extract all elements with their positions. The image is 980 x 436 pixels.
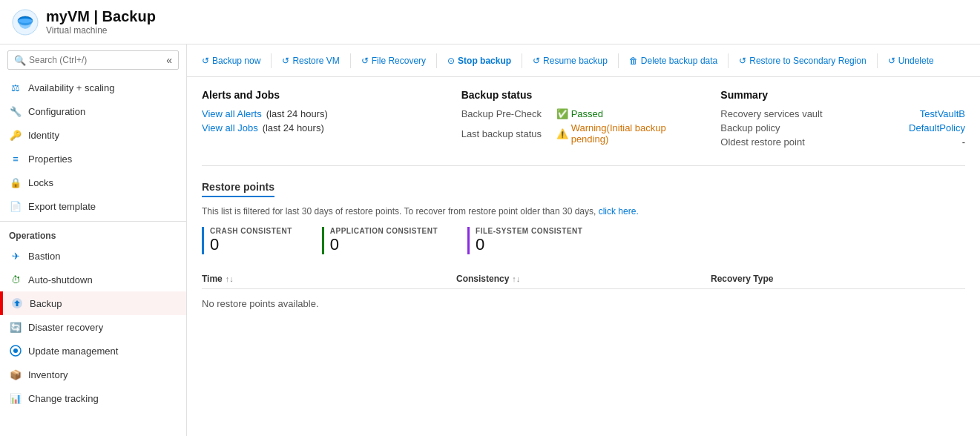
stop-backup-label: Stop backup [458,56,511,66]
backup-icon [10,297,24,310]
th-consistency[interactable]: Consistency ↑↓ [456,274,711,284]
th-time[interactable]: Time ↑↓ [202,274,456,284]
sidebar-item-identity[interactable]: 🔑 Identity [0,123,186,147]
file-recovery-button[interactable]: ↺ File Recovery [355,53,432,69]
restore-secondary-label: Restore to Secondary Region [749,56,866,66]
sidebar-item-inventory[interactable]: 📦 Inventory [0,363,186,386]
app-counter: APPLICATION CONSISTENT 0 [322,227,438,254]
delete-backup-button[interactable]: 🗑 Delete backup data [623,53,723,69]
empty-message: No restore points available. [202,298,319,309]
oldest-value: - [962,136,965,148]
crash-label: CRASH CONSISTENT [210,227,292,235]
identity-icon: 🔑 [9,128,22,142]
restore-note-link[interactable]: click here. [599,206,639,217]
oldest-label: Oldest restore point [720,136,804,148]
vault-row: Recovery services vault TestVaultB [720,108,965,119]
svg-point-3 [18,19,33,23]
view-jobs-link[interactable]: View all Jobs [202,122,258,133]
th-consistency-label: Consistency [456,274,509,284]
vault-value[interactable]: TestVaultB [920,108,965,119]
restore-vm-button[interactable]: ↺ Restore VM [276,53,345,69]
undelete-button[interactable]: ↺ Undelete [882,53,940,69]
toolbar-separator-7 [877,53,878,68]
content-area: ↺ Backup now ↺ Restore VM ↺ File Recover… [187,44,980,436]
toolbar-separator-1 [271,53,272,68]
sidebar-item-bastion[interactable]: ✈ Bastion [0,244,186,268]
sidebar-item-availability-scaling[interactable]: ⚖ Availability + scaling [0,76,186,99]
stop-backup-button[interactable]: ⊙ Stop backup [441,53,517,69]
sidebar-item-locks[interactable]: 🔒 Locks [0,171,186,194]
pre-check-status: ✅ Passed [556,108,603,119]
stop-backup-icon: ⊙ [447,56,455,66]
restore-note: This list is filtered for last 30 days o… [202,206,965,217]
search-box[interactable]: 🔍 « [7,50,179,70]
toolbar: ↺ Backup now ↺ Restore VM ↺ File Recover… [187,44,980,77]
sidebar-item-label: Inventory [28,369,68,380]
change-tracking-icon: 📊 [9,392,22,405]
disaster-recovery-icon: 🔄 [9,320,22,334]
bastion-icon: ✈ [9,249,22,262]
sidebar-item-label: Locks [28,177,53,188]
pre-check-row: Backup Pre-Check ✅ Passed [461,108,706,119]
restore-points-section: Restore points This list is filtered for… [202,181,965,318]
search-icon: 🔍 [14,55,26,66]
page-title: myVM | Backup [46,8,156,25]
backup-now-icon: ↺ [202,56,209,66]
info-grid: Alerts and Jobs View all Alerts (last 24… [202,89,965,166]
file-recovery-icon: ↺ [361,56,369,66]
view-alerts-suffix: (last 24 hours) [266,108,328,119]
backup-now-button[interactable]: ↺ Backup now [196,53,266,69]
sidebar-item-backup[interactable]: Backup [0,291,186,315]
consistency-sort-icon: ↑↓ [512,274,520,283]
sidebar-item-auto-shutdown[interactable]: ⏱ Auto-shutdown [0,268,186,291]
auto-shutdown-icon: ⏱ [9,273,22,286]
toolbar-separator-4 [522,53,522,68]
resume-backup-icon: ↺ [533,56,540,66]
sidebar-item-label: Properties [28,153,72,165]
sidebar-item-label: Change tracking [28,393,99,404]
th-recovery-type[interactable]: Recovery Type [711,274,965,284]
sidebar-item-label: Backup [30,298,62,309]
sidebar-item-change-tracking[interactable]: 📊 Change tracking [0,386,186,410]
table-header: Time ↑↓ Consistency ↑↓ Recovery Type [202,269,965,289]
sidebar-item-configuration[interactable]: 🔧 Configuration [0,99,186,123]
restore-vm-label: Restore VM [292,56,339,66]
active-border-indicator [1,291,3,315]
sidebar-item-label: Disaster recovery [28,322,103,333]
last-backup-label: Last backup status [461,128,550,139]
alerts-jobs-title: Alerts and Jobs [202,89,447,101]
restore-vm-icon: ↺ [282,56,289,66]
header-text: myVM | Backup Virtual machine [46,8,156,36]
sidebar-item-export-template[interactable]: 📄 Export template [0,194,186,218]
app-label: APPLICATION CONSISTENT [330,227,438,235]
backup-now-label: Backup now [212,56,260,66]
page-content: Alerts and Jobs View all Alerts (last 24… [187,77,980,436]
last-backup-row: Last backup status ⚠️ Warning(Initial ba… [461,122,706,145]
pre-check-label: Backup Pre-Check [461,108,550,119]
resume-backup-button[interactable]: ↺ Resume backup [527,53,614,69]
locks-icon: 🔒 [9,176,22,189]
restore-secondary-button[interactable]: ↺ Restore to Secondary Region [733,53,872,69]
toolbar-separator-6 [728,53,729,68]
search-input[interactable] [29,55,166,65]
vault-label: Recovery services vault [720,108,822,119]
table-body: No restore points available. [202,289,965,318]
summary-section: Summary Recovery services vault TestVaul… [720,89,965,151]
configuration-icon: 🔧 [9,105,22,118]
sidebar: 🔍 « ⚖ Availability + scaling 🔧 Configura… [0,44,187,436]
sidebar-item-update-management[interactable]: Update management [0,339,186,363]
last-backup-value: Warning(Initial backup pending) [571,122,706,145]
policy-value[interactable]: DefaultPolicy [909,122,965,133]
toolbar-separator-2 [350,53,351,68]
view-alerts-link[interactable]: View all Alerts [202,108,262,119]
sidebar-item-disaster-recovery[interactable]: 🔄 Disaster recovery [0,315,186,339]
sidebar-item-label: Export template [28,201,96,212]
view-alerts-row: View all Alerts (last 24 hours) [202,108,447,119]
fs-value: 0 [476,235,582,254]
sidebar-item-label: Bastion [28,251,60,262]
sidebar-item-properties[interactable]: ≡ Properties [0,147,186,171]
collapse-button[interactable]: « [166,54,172,66]
toolbar-separator-3 [436,53,437,68]
svg-point-6 [13,349,18,353]
restore-points-title: Restore points [202,181,274,197]
